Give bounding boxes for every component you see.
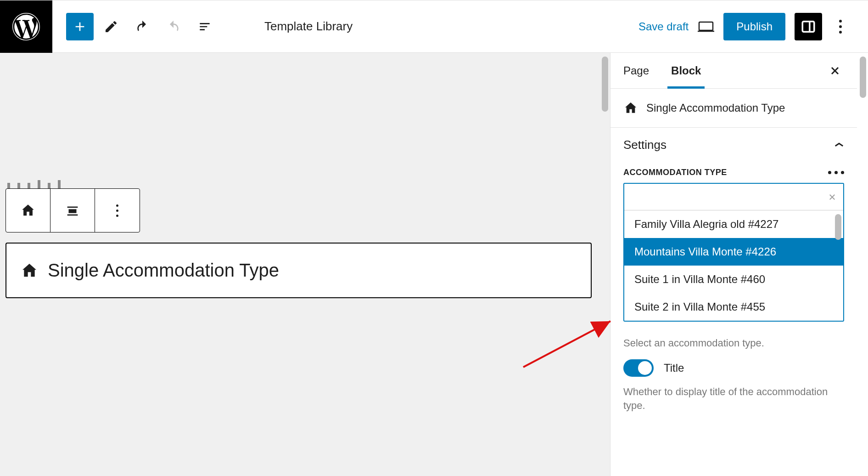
selected-block[interactable]: Single Accommodation Type bbox=[6, 243, 592, 298]
tab-block[interactable]: Block bbox=[671, 53, 701, 88]
wordpress-logo[interactable] bbox=[0, 0, 52, 53]
title-toggle-row: Title bbox=[610, 354, 857, 382]
redo-icon bbox=[166, 19, 181, 34]
block-header: Single Accommodation Type bbox=[610, 89, 857, 128]
block-align-button[interactable] bbox=[50, 189, 95, 232]
svg-rect-0 bbox=[699, 22, 713, 30]
tab-page[interactable]: Page bbox=[623, 53, 649, 88]
more-vertical-icon bbox=[839, 20, 842, 34]
close-panel-button[interactable] bbox=[826, 62, 844, 80]
combobox-input[interactable] bbox=[624, 184, 843, 210]
combobox-option[interactable]: Suite 2 in Villa Monte #455 bbox=[624, 293, 843, 321]
add-block-button[interactable] bbox=[66, 13, 94, 40]
edit-tool-button[interactable] bbox=[97, 13, 125, 40]
list-scrollbar[interactable] bbox=[835, 214, 841, 240]
more-horizontal-icon bbox=[828, 171, 844, 174]
device-preview-icon bbox=[698, 20, 714, 33]
chevron-up-icon bbox=[834, 141, 844, 149]
field-label: ACCOMMODATION TYPE bbox=[623, 168, 727, 177]
close-icon bbox=[828, 193, 836, 201]
svg-rect-1 bbox=[802, 21, 814, 32]
options-button[interactable] bbox=[831, 13, 850, 40]
block-drag-indicator bbox=[7, 180, 61, 188]
toolbar-left bbox=[52, 13, 218, 40]
sidebar-toggle-button[interactable] bbox=[795, 13, 822, 40]
block-more-button[interactable] bbox=[95, 189, 140, 232]
sidebar-icon bbox=[801, 19, 816, 34]
list-icon bbox=[197, 19, 212, 34]
settings-panel-header[interactable]: Settings bbox=[610, 128, 857, 157]
clear-input-button[interactable] bbox=[827, 192, 838, 203]
plus-icon bbox=[73, 19, 87, 34]
sidebar-scrollbar[interactable] bbox=[858, 53, 868, 476]
block-title: Single Accommodation Type bbox=[48, 260, 279, 281]
title-toggle[interactable] bbox=[623, 359, 654, 377]
align-icon bbox=[65, 203, 80, 218]
save-draft-button[interactable]: Save draft bbox=[638, 20, 689, 33]
accommodation-type-field: ACCOMMODATION TYPE Fa bbox=[610, 157, 857, 329]
more-vertical-icon bbox=[116, 204, 118, 217]
wordpress-icon bbox=[12, 13, 40, 40]
settings-label: Settings bbox=[623, 138, 666, 152]
combobox-listbox: Family Villa Alegria old #4227 Mountains… bbox=[624, 210, 843, 321]
undo-button[interactable] bbox=[129, 13, 156, 40]
preview-button[interactable] bbox=[698, 20, 714, 33]
close-icon bbox=[829, 65, 840, 76]
house-icon bbox=[20, 203, 36, 218]
toggle-label: Title bbox=[664, 362, 684, 374]
canvas-scrollbar[interactable] bbox=[600, 53, 610, 476]
toggle-help-text: Whether to display title of the accommod… bbox=[610, 382, 857, 419]
field-help-text: Select an accommodation type. bbox=[610, 329, 857, 354]
house-icon bbox=[623, 101, 638, 115]
undo-icon bbox=[135, 19, 150, 34]
redo-button[interactable] bbox=[160, 13, 187, 40]
house-icon bbox=[20, 261, 39, 280]
settings-sidebar: Page Block Single Accommodation Type Set… bbox=[610, 53, 868, 476]
toolbar-right: Save draft Publish bbox=[638, 13, 868, 40]
combobox-option[interactable]: Mountains Villa Monte #4226 bbox=[624, 238, 843, 266]
document-overview-button[interactable] bbox=[191, 13, 218, 40]
accommodation-type-combobox[interactable]: Family Villa Alegria old #4227 Mountains… bbox=[623, 183, 844, 322]
field-options-button[interactable] bbox=[828, 171, 844, 174]
sidebar-tabs: Page Block bbox=[610, 53, 857, 89]
block-name: Single Accommodation Type bbox=[646, 102, 785, 114]
block-toolbar bbox=[6, 188, 140, 232]
block-type-button[interactable] bbox=[6, 189, 50, 232]
combobox-option[interactable]: Family Villa Alegria old #4227 bbox=[624, 210, 843, 238]
publish-button[interactable]: Publish bbox=[723, 13, 785, 40]
editor-topbar: Template Library Save draft Publish bbox=[0, 0, 868, 53]
combobox-option[interactable]: Suite 1 in Villa Monte #460 bbox=[624, 266, 843, 293]
editor-canvas[interactable]: Single Accommodation Type bbox=[0, 53, 610, 476]
document-title: Template Library bbox=[264, 19, 353, 34]
pencil-icon bbox=[104, 19, 118, 34]
